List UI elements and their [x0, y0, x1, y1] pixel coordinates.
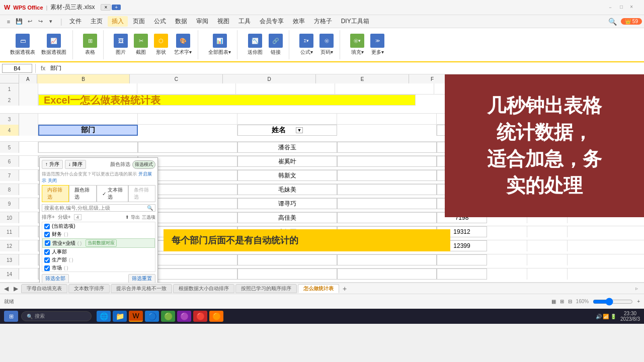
sheet-tab-1[interactable]: 字母自动填充表 [21, 284, 67, 293]
filter-item-business[interactable]: 营业+业绩 ( ) 当前数据对应 [42, 238, 155, 248]
cell-b4[interactable]: 部门 [38, 125, 138, 136]
menu-data[interactable]: 数据 [171, 16, 191, 27]
cell-d14[interactable] [237, 268, 337, 280]
numbering-btn[interactable]: ㊙ 页码▾ [317, 33, 336, 57]
select-reset-btn[interactable]: 筛选重置 [128, 274, 155, 283]
cell-g12[interactable] [487, 240, 527, 251]
menu-home[interactable]: 主页 [87, 16, 107, 27]
filter-tab-condition[interactable]: 条件筛选 [128, 185, 155, 202]
qa-undo-btn[interactable]: ↩ [25, 17, 34, 26]
zoom-slider[interactable] [593, 300, 633, 304]
cell-f13[interactable] [437, 254, 487, 265]
maximize-btn[interactable]: □ [617, 4, 626, 11]
menu-file[interactable]: 文件 [65, 16, 86, 27]
sheet-tab-active[interactable]: 怎么做统计表 [298, 284, 339, 293]
cell-d8[interactable]: 毛妹美 [237, 184, 337, 195]
formula-input[interactable] [50, 64, 642, 73]
filter-tab-color[interactable]: 颜色筛选 [69, 185, 96, 202]
sheet-tab-2[interactable]: 文本数字排序 [68, 284, 110, 293]
cell-a12[interactable] [19, 240, 38, 251]
cell-a5[interactable] [19, 142, 38, 153]
sort-asc-btn[interactable]: ↑ 升序 [42, 160, 63, 169]
menu-diy[interactable]: DIY工具箱 [337, 16, 373, 27]
cell-a8[interactable] [19, 184, 38, 195]
taskbar-app3[interactable]: 🔵 [145, 311, 159, 322]
col-header-a[interactable]: A [19, 74, 37, 83]
cell-a11[interactable] [19, 226, 38, 237]
filter-item-market[interactable]: 市场 ( ) [42, 264, 155, 272]
export-btn[interactable]: ⬆ 导出 [125, 214, 140, 221]
fill-btn[interactable]: ㊙▾ 填充▾ [348, 33, 366, 57]
filter-search-input[interactable] [44, 205, 147, 211]
cell-b5[interactable] [38, 142, 138, 153]
cell-d3[interactable] [237, 114, 337, 125]
filter-list[interactable]: (当前选项) 财务 ( ) 营业+业绩 ( ) 当前数据对应 人事部 [42, 222, 155, 272]
cell-e7[interactable] [337, 170, 437, 181]
cell-d7[interactable]: 韩新文 [237, 170, 337, 181]
cell-e5[interactable] [337, 142, 437, 153]
cell-b3[interactable] [38, 114, 138, 125]
cell-h11[interactable] [527, 226, 568, 237]
filter-tab-content[interactable]: 内容筛选 [42, 185, 69, 202]
cell-d5[interactable]: 潘谷玉 [237, 142, 337, 153]
cell-c4[interactable] [138, 125, 237, 136]
shape-btn[interactable]: ⬡ 形状 [152, 33, 170, 57]
col-header-b[interactable]: B [37, 74, 130, 83]
cell-e9[interactable] [337, 198, 437, 209]
menu-grid[interactable]: 方格子 [310, 16, 336, 27]
cell-d13[interactable] [237, 254, 337, 265]
sheet-nav-right[interactable]: ▶ [12, 285, 20, 292]
cell-a10[interactable] [19, 212, 38, 223]
close-btn[interactable]: × [627, 4, 636, 11]
cell-h12[interactable] [527, 240, 568, 251]
pivot-chart-btn[interactable]: 📈 数据透视图 [39, 33, 68, 57]
sheet-tab-5[interactable]: 按照已学习的顺序排序 [235, 284, 297, 293]
sort-desc-btn[interactable]: ↓ 降序 [65, 160, 86, 169]
search-icon[interactable]: 🔍 [608, 18, 617, 26]
pivot-table-btn[interactable]: 🗃 数据透视表 [8, 33, 37, 57]
cell-d6[interactable]: 崔奚叶 [237, 156, 337, 167]
cell-a13[interactable] [19, 254, 38, 265]
chart-btn[interactable]: 📊 全部图表▾ [206, 33, 233, 57]
title-cell[interactable]: Excel一怎么做表格统计表 [38, 95, 416, 106]
taskbar-search[interactable]: 🔍 搜索 [21, 311, 92, 321]
menu-formula[interactable]: 公式 [150, 16, 170, 27]
cell-a1[interactable] [19, 83, 38, 95]
cell-g13[interactable] [487, 254, 527, 265]
cell-a9[interactable] [19, 198, 38, 209]
zoom-in-btn[interactable]: + [637, 299, 640, 304]
menu-view[interactable]: 视图 [213, 16, 233, 27]
col-header-d[interactable]: D [223, 74, 316, 83]
menu-efficiency[interactable]: 效率 [289, 16, 309, 27]
filter-close-link[interactable]: 关闭 [48, 178, 57, 183]
cell-a2[interactable] [19, 95, 38, 106]
cell-a7[interactable] [19, 170, 38, 181]
col-header-e[interactable]: E [316, 74, 409, 83]
cell-f14[interactable] [437, 268, 487, 280]
screenshot-btn[interactable]: ✂ 截图 [132, 33, 150, 57]
taskbar-app4[interactable]: 🟢 [161, 311, 175, 322]
cell-d9[interactable]: 谭寻巧 [237, 198, 337, 209]
cell-h14[interactable] [527, 268, 568, 280]
taskbar-wps[interactable]: W [129, 311, 143, 322]
cell-b1[interactable] [38, 83, 137, 95]
cell-h13[interactable] [527, 254, 568, 265]
smartart-btn[interactable]: 🎨 艺术字▾ [172, 33, 194, 57]
image-btn[interactable]: 🖼 图片 [112, 33, 130, 57]
qa-menu-btn[interactable]: ≡ [4, 17, 13, 26]
cell-reference[interactable] [2, 64, 32, 73]
cell-c3[interactable] [138, 114, 237, 125]
cell-d10[interactable]: 高佳美 [237, 212, 337, 223]
filter-three-dots[interactable]: 三选项 [142, 214, 155, 221]
view-layout-btn[interactable]: ⊞ [560, 299, 564, 304]
cell-a3[interactable] [19, 114, 38, 125]
cell-e13[interactable] [337, 254, 437, 265]
taskbar-app6[interactable]: 🔴 [193, 311, 207, 322]
taskbar-app7[interactable]: 🟠 [209, 311, 223, 322]
filter-item-hr[interactable]: 人事部 [42, 248, 155, 256]
taskbar-edge[interactable]: 🌐 [97, 311, 111, 322]
filter-mode-toggle[interactable]: 筛选模式 [132, 160, 155, 169]
menu-review[interactable]: 审阅 [192, 16, 212, 27]
cell-g14[interactable] [487, 268, 527, 280]
cell-a4[interactable] [19, 125, 38, 136]
